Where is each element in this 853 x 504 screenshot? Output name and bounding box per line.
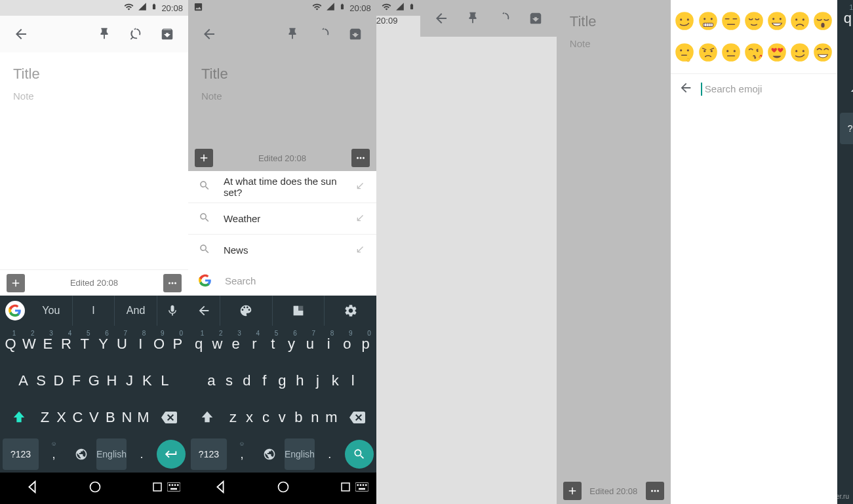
space-key[interactable]: English: [96, 438, 127, 470]
key[interactable]: V: [87, 402, 101, 433]
shift-key[interactable]: [840, 76, 853, 107]
emoji-smirk[interactable]: [789, 37, 812, 68]
voice-button[interactable]: [157, 296, 188, 326]
archive-button[interactable]: [340, 18, 371, 50]
key[interactable]: F: [69, 365, 84, 397]
title-input[interactable]: Title: [13, 66, 175, 83]
back-button[interactable]: [5, 18, 37, 50]
add-button[interactable]: [563, 482, 582, 500]
pin-button[interactable]: [457, 3, 488, 34]
key[interactable]: X: [54, 402, 68, 433]
onehand-button[interactable]: [272, 296, 325, 326]
back-button[interactable]: [193, 18, 225, 50]
search-suggestion[interactable]: Weather: [188, 203, 376, 234]
search-suggestion[interactable]: At what time does the sun set?: [188, 171, 376, 203]
key[interactable]: h: [292, 365, 307, 397]
key[interactable]: M: [136, 402, 150, 433]
key[interactable]: K: [140, 365, 155, 397]
key[interactable]: 7U: [114, 328, 130, 360]
insert-icon[interactable]: [355, 244, 366, 257]
note-input[interactable]: Note: [13, 90, 175, 102]
key[interactable]: k: [328, 365, 343, 397]
emoji-grimace[interactable]: [696, 5, 719, 37]
key[interactable]: B: [104, 402, 117, 433]
suggestion-1[interactable]: You: [30, 296, 72, 326]
add-button[interactable]: [195, 149, 213, 167]
note-input[interactable]: Note: [570, 38, 658, 49]
enter-key[interactable]: [157, 440, 186, 469]
emoji-relieved[interactable]: [742, 5, 765, 37]
key[interactable]: j: [310, 365, 325, 397]
archive-button[interactable]: [151, 18, 183, 50]
key[interactable]: n: [308, 402, 322, 433]
key[interactable]: Z: [38, 402, 52, 433]
emoji-smirk[interactable]: [673, 5, 696, 37]
nav-home[interactable]: [89, 480, 102, 496]
nav-recent[interactable]: [151, 481, 163, 495]
key[interactable]: v: [275, 402, 289, 433]
symbols-key[interactable]: ?123: [191, 438, 227, 470]
settings-button[interactable]: [324, 296, 376, 326]
key[interactable]: 1q: [840, 3, 853, 34]
nav-recent[interactable]: [340, 481, 351, 495]
search-input-row[interactable]: Search: [188, 265, 376, 296]
key[interactable]: H: [104, 365, 119, 397]
key[interactable]: D: [51, 365, 66, 397]
key[interactable]: 0P: [170, 328, 186, 360]
key[interactable]: 8i: [321, 328, 336, 360]
search-suggestion[interactable]: News: [188, 234, 376, 265]
comma-key[interactable]: ☺,: [41, 438, 66, 470]
key[interactable]: 2W: [21, 328, 37, 360]
key[interactable]: 3E: [40, 328, 56, 360]
period-key[interactable]: .: [317, 438, 342, 470]
key[interactable]: d: [239, 365, 254, 397]
key[interactable]: 8I: [132, 328, 148, 360]
key[interactable]: 2w: [209, 328, 225, 360]
emoji-expressionless[interactable]: [719, 5, 742, 37]
more-button[interactable]: [163, 274, 182, 292]
shift-key[interactable]: [3, 402, 35, 433]
key[interactable]: z: [226, 402, 240, 433]
key[interactable]: A: [16, 365, 31, 397]
key[interactable]: 7u: [302, 328, 318, 360]
emoji-frown[interactable]: [789, 5, 812, 37]
reminder-button[interactable]: [488, 3, 520, 34]
key[interactable]: m: [325, 402, 338, 433]
key[interactable]: 5T: [77, 328, 92, 360]
emoji-grin[interactable]: [765, 5, 788, 37]
note-input[interactable]: Note: [201, 90, 363, 102]
emoji-neutral[interactable]: [719, 37, 742, 68]
reminder-button[interactable]: [120, 18, 151, 50]
google-button[interactable]: [5, 301, 25, 320]
key[interactable]: c: [259, 402, 273, 433]
suggestion-3[interactable]: And: [114, 296, 157, 326]
shift-key[interactable]: [191, 402, 224, 433]
key[interactable]: L: [157, 365, 172, 397]
key[interactable]: l: [346, 365, 361, 397]
back-button[interactable]: [426, 3, 457, 34]
emoji-thinking[interactable]: [673, 37, 696, 68]
backspace-key[interactable]: [153, 402, 186, 433]
reminder-button[interactable]: [308, 18, 340, 50]
emoji-search-input[interactable]: [701, 83, 829, 96]
key[interactable]: 3e: [228, 328, 244, 360]
symbols-key[interactable]: ?123: [3, 438, 39, 470]
space-key[interactable]: English: [285, 438, 315, 470]
comma-key[interactable]: ☺,: [229, 438, 254, 470]
title-input[interactable]: Title: [201, 66, 363, 83]
key[interactable]: 0p: [358, 328, 374, 360]
nav-back[interactable]: [213, 480, 228, 497]
language-key[interactable]: [69, 438, 94, 470]
key[interactable]: C: [71, 402, 85, 433]
key[interactable]: 1Q: [3, 328, 18, 360]
emoji-bigsmile[interactable]: [812, 37, 835, 68]
emoji-worried[interactable]: [696, 37, 719, 68]
period-key[interactable]: .: [129, 438, 154, 470]
language-key[interactable]: [257, 438, 282, 470]
nav-home[interactable]: [277, 480, 290, 496]
key[interactable]: f: [257, 365, 272, 397]
back-button[interactable]: [188, 296, 220, 326]
title-input[interactable]: Title: [570, 13, 658, 30]
enter-key[interactable]: [345, 440, 374, 469]
emoji-hearteyes[interactable]: [765, 37, 788, 68]
